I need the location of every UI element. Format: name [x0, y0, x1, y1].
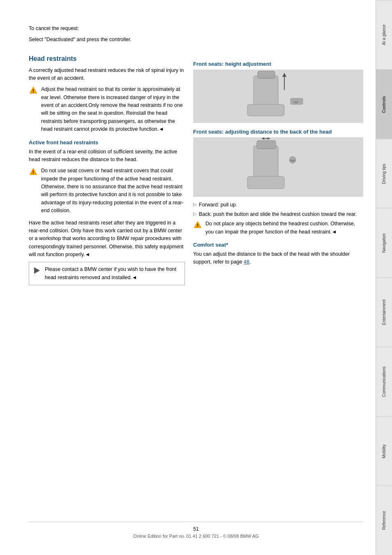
- comfort-seat-para: You can adjust the distance to the back …: [193, 250, 363, 266]
- cancel-request-line2: Select "Deactivated" and press the contr…: [29, 36, 363, 44]
- cancel-request-section: To cancel the request: Select "Deactivat…: [29, 25, 363, 47]
- svg-rect-14: [247, 176, 284, 189]
- warning-text-3: Do not place any objects behind the head…: [205, 220, 363, 236]
- svg-text:ctrl: ctrl: [294, 100, 298, 104]
- note-text: Please contact a BMW center if you wish …: [45, 266, 181, 282]
- page-footer: 51 Online Edition for Part no. 01 41 2 6…: [29, 522, 363, 539]
- svg-rect-6: [247, 104, 284, 116]
- page-number: 51: [29, 526, 363, 532]
- comfort-seat-period: .: [249, 259, 251, 265]
- main-content: To cancel the request: Select "Deactivat…: [0, 0, 376, 555]
- front-seats-height-heading: Front seats: height adjustment: [193, 61, 363, 67]
- sidebar-tab-controls[interactable]: Controls: [376, 69, 392, 139]
- comfort-seat-page-link[interactable]: 48: [244, 259, 249, 265]
- comfort-seat-heading: Comfort seat*: [193, 242, 363, 248]
- warning-icon-2: !: [29, 167, 38, 176]
- copyright-text: Online Edition for Part no. 01 41 2 600 …: [29, 534, 363, 539]
- sidebar-tab-at-a-glance[interactable]: At a glance: [376, 0, 392, 69]
- warning-box-3: ! Do not place any objects behind the he…: [193, 220, 363, 236]
- front-seats-height-image: ctrl: [193, 69, 363, 123]
- bullet-item-1: ▷ Forward: pull up.: [193, 201, 363, 209]
- svg-rect-7: [258, 71, 275, 79]
- svg-rect-15: [257, 141, 276, 149]
- svg-text:!: !: [197, 223, 198, 228]
- warning-icon-1: !: [29, 86, 38, 95]
- bullet-item-2: ▷ Back: push the button and slide the he…: [193, 210, 363, 218]
- head-restraints-intro: A correctly adjusted head restraint redu…: [29, 67, 185, 83]
- sidebar-tab-entertainment[interactable]: Entertainment: [376, 278, 392, 347]
- bullet-text-2: Back: push the button and slide the head…: [199, 210, 357, 218]
- active-front-para2: Have the active head restraints reset af…: [29, 219, 185, 259]
- svg-text:!: !: [32, 170, 34, 175]
- sidebar: At a glance Controls Driving tips Naviga…: [376, 0, 392, 555]
- front-seats-distance-heading: Front seats: adjusting distance to the b…: [193, 129, 363, 135]
- svg-text:!: !: [32, 89, 34, 93]
- active-front-heading: Active front head restraints: [29, 139, 185, 146]
- left-column: Head restraints A correctly adjusted hea…: [29, 55, 185, 510]
- warning-box-1: ! Adjust the head restraint so that its …: [29, 86, 185, 133]
- play-icon: [32, 266, 42, 275]
- bullet-text-1: Forward: pull up.: [199, 201, 237, 209]
- sidebar-tab-mobility[interactable]: Mobility: [376, 416, 392, 486]
- sidebar-tab-driving-tips[interactable]: Driving tips: [376, 139, 392, 208]
- sidebar-tab-communications[interactable]: Communications: [376, 347, 392, 416]
- note-box: Please contact a BMW center if you wish …: [29, 262, 185, 285]
- bullet-arrow-1: ▷: [193, 202, 196, 209]
- sidebar-tab-navigation[interactable]: Navigation: [376, 208, 392, 278]
- warning-icon-3: !: [193, 220, 202, 229]
- warning-box-2: ! Do not use seat covers or head restrai…: [29, 167, 185, 215]
- warning-text-1: Adjust the head restraint so that its ce…: [41, 86, 185, 133]
- two-column-layout: Head restraints A correctly adjusted hea…: [29, 55, 363, 510]
- sidebar-tab-reference[interactable]: Reference: [376, 486, 392, 555]
- right-column: Front seats: height adjustment ctr: [193, 55, 363, 510]
- active-front-para1: In the event of a rear-end collision of …: [29, 148, 185, 164]
- front-seats-distance-image: btn: [193, 137, 363, 197]
- warning-text-2: Do not use seat covers or head restraint…: [41, 167, 185, 215]
- svg-text:btn: btn: [290, 159, 295, 162]
- comfort-seat-text: You can adjust the distance to the back …: [193, 251, 350, 265]
- bullet-arrow-2: ▷: [193, 211, 196, 218]
- cancel-request-line1: To cancel the request:: [29, 25, 363, 32]
- head-restraints-heading: Head restraints: [29, 55, 185, 62]
